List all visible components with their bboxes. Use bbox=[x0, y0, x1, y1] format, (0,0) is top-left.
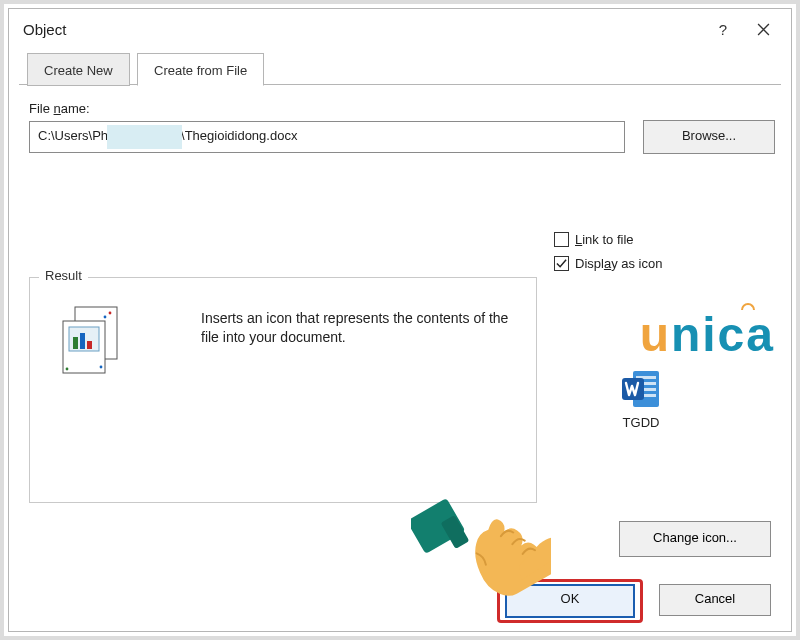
close-button[interactable] bbox=[743, 9, 783, 49]
change-icon-button[interactable]: Change icon... bbox=[619, 521, 771, 557]
dialog-title: Object bbox=[23, 21, 66, 38]
svg-point-7 bbox=[104, 316, 107, 319]
svg-point-9 bbox=[100, 366, 103, 369]
help-icon: ? bbox=[719, 21, 727, 38]
help-button[interactable]: ? bbox=[703, 9, 743, 49]
file-icon-preview: TGDD bbox=[609, 367, 673, 430]
file-icon-caption: TGDD bbox=[609, 415, 673, 430]
tabs: Create New Create from File bbox=[19, 51, 781, 85]
ok-highlight: OK bbox=[497, 579, 643, 623]
svg-rect-4 bbox=[80, 333, 85, 349]
ok-button[interactable]: OK bbox=[505, 584, 635, 618]
cancel-button[interactable]: Cancel bbox=[659, 584, 771, 616]
result-description: Inserts an icon that represents the cont… bbox=[201, 309, 511, 347]
watermark-logo: unica bbox=[640, 307, 775, 362]
tab-create-new[interactable]: Create New bbox=[27, 53, 130, 86]
svg-point-8 bbox=[66, 368, 69, 371]
options-group: Link to file Display as icon bbox=[554, 227, 662, 275]
redacted-region bbox=[107, 125, 182, 149]
dialog-button-bar: OK Cancel bbox=[9, 571, 791, 631]
close-icon bbox=[757, 23, 770, 36]
svg-rect-5 bbox=[87, 341, 92, 349]
svg-rect-3 bbox=[73, 337, 78, 349]
file-name-input[interactable]: C:\Users\Ph \Documents\Thegioididong.doc… bbox=[29, 121, 625, 153]
link-to-file-checkbox[interactable]: Link to file bbox=[554, 227, 662, 251]
tab-create-from-file[interactable]: Create from File bbox=[137, 53, 264, 86]
checkbox-checked-icon bbox=[554, 256, 569, 271]
result-group: Result Inserts an icon that represents t… bbox=[29, 277, 537, 503]
file-name-label: File name: bbox=[29, 101, 775, 116]
result-icon bbox=[57, 303, 131, 377]
checkbox-unchecked-icon bbox=[554, 232, 569, 247]
display-as-icon-checkbox[interactable]: Display as icon bbox=[554, 251, 662, 275]
object-dialog: Object ? Create New Create from File bbox=[8, 8, 792, 632]
browse-button[interactable]: Browse... bbox=[643, 120, 775, 154]
titlebar: Object ? bbox=[9, 9, 791, 49]
word-document-icon bbox=[619, 367, 663, 411]
result-legend: Result bbox=[39, 268, 88, 283]
svg-point-6 bbox=[109, 312, 112, 315]
